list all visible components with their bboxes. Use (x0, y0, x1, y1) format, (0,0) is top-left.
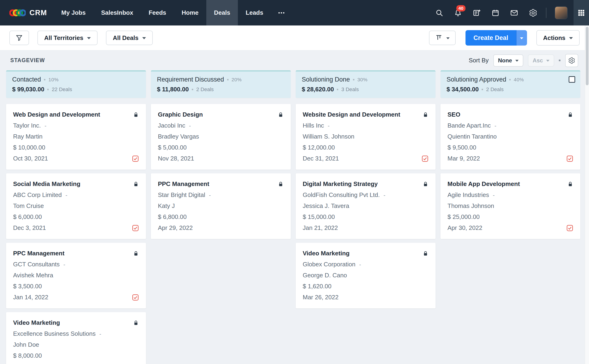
stage-select-checkbox[interactable] (569, 76, 575, 83)
calendar-button[interactable] (486, 9, 505, 17)
chevron-down-icon (142, 37, 146, 39)
deal-title: Digital Marketing Strategy (303, 178, 378, 189)
nav-item-deals[interactable]: Deals (206, 0, 238, 26)
deal-card[interactable]: Mobile App Development Agile Industries … (441, 173, 580, 239)
deal-card[interactable]: PPC Management GCT Consultants - Avishek… (6, 243, 146, 308)
stage-column: Solutioning Done 30% $ 28,620.00 3 Deals… (296, 70, 435, 308)
task-check-icon[interactable] (132, 294, 139, 301)
stage-amount: $ 28,620.00 (302, 86, 334, 93)
deal-title: Video Marketing (303, 248, 349, 259)
kanban-view-icon (435, 34, 442, 42)
create-deal-split-button: Create Deal (466, 30, 527, 46)
deal-contact: George D. Cano (303, 270, 347, 281)
settings-button[interactable] (523, 9, 543, 17)
compose-note-icon (473, 9, 481, 17)
deal-date: Mar 9, 2022 (448, 153, 480, 164)
stage-header: Requirement Discussed 20% $ 11,800.00 2 … (151, 70, 291, 98)
deal-amount: $ 6,800.00 (158, 211, 187, 222)
toolbar-right: Create Deal Actions (429, 30, 580, 46)
compose-button[interactable] (467, 9, 486, 17)
nav-item-leads[interactable]: Leads (238, 0, 271, 26)
stage-amount: $ 11,800.00 (157, 86, 189, 93)
deal-amount: $ 8,000.00 (13, 350, 42, 361)
stage-header: Solutioning Approved 40% $ 34,500.00 2 D… (441, 70, 580, 98)
stage-deals-count: 2 Deals (486, 86, 504, 92)
search-button[interactable] (430, 9, 449, 17)
deal-amount: $ 25,000.00 (448, 211, 480, 222)
deal-card[interactable]: Web Design and Development Taylor Inc. -… (6, 104, 146, 170)
nav-more-button[interactable] (271, 0, 292, 26)
deal-contact: Katy J (158, 201, 175, 211)
deal-card[interactable]: Video Marketing Globex Corporation - Geo… (296, 243, 435, 308)
separator-dot (44, 79, 45, 80)
stage-percent: 30% (357, 77, 368, 83)
actions-dropdown[interactable]: Actions (536, 30, 580, 46)
company-dash: - (209, 189, 211, 201)
view-options-button[interactable] (429, 31, 456, 45)
deal-amount: $ 6,000.00 (13, 211, 42, 222)
task-check-icon[interactable] (422, 155, 428, 162)
deal-contact: Jessica J. Tavera (303, 201, 349, 211)
deal-date: Jan 21, 2022 (303, 222, 338, 234)
deals-filter-dropdown[interactable]: All Deals (106, 31, 153, 45)
actions-label: Actions (543, 34, 565, 42)
filter-button[interactable] (9, 31, 29, 45)
page-scrollbar[interactable] (585, 26, 589, 364)
calendar-icon (491, 9, 499, 17)
task-check-icon[interactable] (566, 155, 573, 162)
nav-item-salesinbox[interactable]: SalesInbox (93, 0, 141, 26)
company-dash: - (495, 120, 496, 131)
top-nav: CRM My Jobs SalesInbox Feeds Home Deals … (0, 0, 589, 26)
deal-card[interactable]: Social Media Marketing ABC Corp Limited … (6, 173, 146, 239)
separator-dot (482, 89, 483, 90)
apps-grid-icon (577, 9, 585, 17)
lock-icon (422, 250, 428, 257)
deal-company: Taylor Inc. (13, 120, 41, 131)
stage-percent: 20% (232, 77, 242, 83)
deal-card[interactable]: Digital Marketing Strategy GoldFish Cons… (296, 173, 435, 239)
separator-dot (227, 79, 228, 80)
company-dash: - (359, 259, 361, 270)
stage-percent: 10% (48, 77, 59, 83)
nav-item-my-jobs[interactable]: My Jobs (54, 0, 93, 26)
stage-percent: 40% (514, 77, 524, 83)
apps-grid-button[interactable] (574, 0, 589, 26)
task-check-icon[interactable] (132, 225, 139, 232)
deal-card[interactable]: SEO Bande Apart.Inc - Quientin Tarantino… (441, 104, 580, 170)
mail-button[interactable] (505, 9, 523, 17)
scrollbar-thumb[interactable] (586, 27, 589, 85)
funnel-icon (15, 34, 23, 42)
deal-card[interactable]: PPC Management Star Bright Digital - Kat… (151, 173, 291, 239)
deal-company: Jacobi Inc (158, 120, 185, 131)
deal-card[interactable]: Graphic Design Jacobi Inc - Bradley Varg… (151, 104, 291, 170)
deal-card[interactable]: Website Design and Development Hills Inc… (296, 104, 435, 170)
nav-items: My Jobs SalesInbox Feeds Home Deals Lead… (54, 0, 271, 26)
create-deal-button[interactable]: Create Deal (466, 30, 516, 46)
user-avatar[interactable] (555, 6, 568, 19)
deal-date: Jan 14, 2022 (13, 292, 48, 303)
lock-icon (133, 250, 139, 257)
chevron-down-icon (515, 60, 519, 62)
nav-item-label: Home (182, 9, 199, 16)
lock-icon (133, 181, 139, 187)
sort-order-dropdown[interactable]: Asc (528, 54, 554, 67)
lock-icon (278, 112, 284, 118)
deal-title: Mobile App Development (448, 178, 520, 189)
deal-card[interactable]: Video Marketing Excellence Business Solu… (6, 312, 146, 364)
sort-field-dropdown[interactable]: None (493, 54, 523, 67)
nav-item-home[interactable]: Home (174, 0, 206, 26)
create-deal-caret-button[interactable] (516, 30, 527, 46)
deal-contact: Bradley Vargas (158, 131, 199, 142)
nav-item-feeds[interactable]: Feeds (141, 0, 174, 26)
task-check-icon[interactable] (566, 225, 573, 232)
deal-date: Apr 29, 2022 (158, 222, 193, 234)
territory-filter-dropdown[interactable]: All Territories (37, 31, 98, 45)
stageview-title: STAGEVIEW (10, 57, 45, 64)
task-check-icon[interactable] (132, 155, 139, 162)
stage-settings-button[interactable] (565, 54, 578, 67)
notifications-button[interactable]: 40 (449, 9, 467, 17)
nav-item-label: Leads (246, 9, 263, 16)
deal-company: Star Bright Digital (158, 189, 205, 201)
separator-dot (337, 89, 338, 90)
brand[interactable]: CRM (0, 0, 54, 26)
